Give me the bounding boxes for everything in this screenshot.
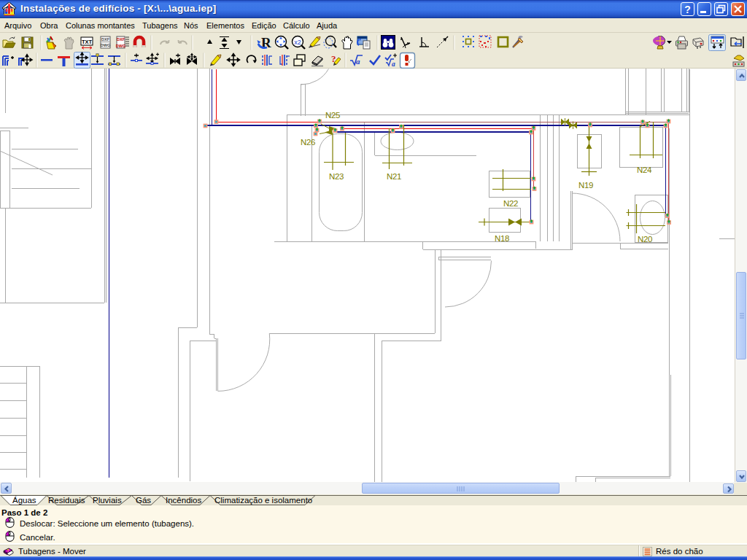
svg-text:N21: N21: [387, 172, 401, 181]
svg-text:N23: N23: [329, 172, 344, 181]
svg-text:Incêndios: Incêndios: [166, 496, 201, 505]
svg-text:Pluviais: Pluviais: [93, 496, 122, 505]
svg-text:Climatização e isolamento: Climatização e isolamento: [214, 496, 312, 505]
svg-text:N25: N25: [325, 111, 340, 120]
svg-text:N24: N24: [637, 166, 652, 174]
svg-text:N22: N22: [503, 199, 518, 208]
svg-text:x2: x2: [294, 39, 301, 46]
svg-text:DXF: DXF: [101, 37, 110, 42]
svg-text:DWG: DWG: [116, 44, 125, 48]
svg-text:Gás: Gás: [136, 496, 151, 505]
svg-text:a: a: [392, 61, 395, 68]
svg-text:N20: N20: [638, 235, 652, 244]
svg-text:N18: N18: [495, 234, 509, 243]
svg-text:a: a: [356, 57, 360, 66]
svg-text:TXT: TXT: [82, 39, 93, 45]
svg-text:N26: N26: [301, 138, 315, 147]
svg-text:DXF: DXF: [117, 37, 125, 42]
svg-text:Águas: Águas: [12, 496, 36, 505]
svg-text:?: ?: [684, 4, 691, 15]
svg-text:N19: N19: [578, 181, 593, 190]
svg-text:Residuais: Residuais: [48, 496, 85, 505]
svg-text:DWG: DWG: [101, 43, 110, 47]
